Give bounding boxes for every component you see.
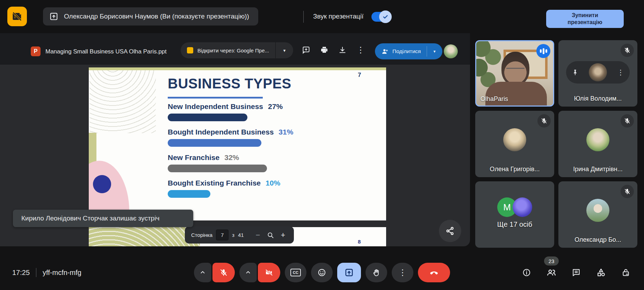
powerpoint-file-icon: P: [31, 46, 41, 56]
stop-presentation-button[interactable]: Зупинити презентацію: [546, 10, 624, 28]
mic-control-group: [194, 263, 235, 282]
chart-value-label: 27%: [268, 102, 283, 111]
presentation-sound-toggle[interactable]: [371, 12, 390, 22]
mic-off-icon: [621, 44, 634, 57]
share-caret-icon[interactable]: ▾: [427, 43, 442, 59]
slide-page-number: 7: [358, 72, 361, 79]
camera-options-chevron[interactable]: [239, 263, 257, 282]
participant-tile-olhaparis[interactable]: OlhaParis: [475, 40, 554, 107]
meeting-details-button[interactable]: [520, 266, 534, 280]
presentation-thumbnail-badge[interactable]: [7, 7, 27, 26]
drive-preview-header: P Managing Small Business USA Olha Paris…: [0, 33, 470, 65]
chart-value-label: 31%: [278, 128, 293, 136]
chart-category-label: New Independent Business27%: [168, 102, 370, 111]
tile-hover-controls: ⋮: [566, 61, 630, 84]
more-options-icon[interactable]: ⋮: [356, 45, 366, 55]
slide-7: 7 BUSINESS TYPES New Independent Busines…: [89, 67, 386, 220]
slide-navy-circle: [93, 175, 111, 193]
page-label: Сторінка: [191, 232, 212, 238]
avatar: [513, 197, 532, 217]
avatar: [586, 199, 609, 222]
more-participants-label: Ще 17 осіб: [475, 220, 554, 229]
zoom-out-button[interactable]: −: [253, 231, 262, 240]
raise-hand-button[interactable]: [366, 263, 387, 282]
participant-tile-iryna[interactable]: Ірина Дмитрівн...: [558, 111, 637, 177]
camera-control-group: [239, 263, 280, 282]
speaking-indicator-icon: [536, 44, 550, 58]
share-file-button[interactable]: Поділитися ▾: [375, 43, 442, 59]
activities-button[interactable]: [594, 266, 608, 280]
camera-off-button[interactable]: [258, 263, 280, 282]
file-name: Managing Small Business USA Olha Paris.p…: [45, 48, 167, 55]
account-avatar[interactable]: [444, 44, 458, 58]
leave-call-button[interactable]: [418, 263, 450, 282]
download-icon[interactable]: [338, 45, 347, 55]
presenter-banner: Олександр Борисович Наумов (Ви (показуєт…: [43, 7, 258, 26]
reactions-button[interactable]: [311, 263, 333, 282]
more-call-options-button[interactable]: ⋮: [392, 263, 413, 282]
participant-count-badge: 23: [544, 256, 559, 266]
participant-tile-yuliya[interactable]: ⋮ Юлія Володим...: [558, 40, 637, 107]
print-icon[interactable]: [319, 45, 329, 55]
zoom-in-button[interactable]: +: [278, 231, 288, 240]
mic-off-icon: [621, 114, 634, 128]
person-body: [485, 82, 547, 107]
google-slides-icon: [187, 47, 193, 53]
kebab-icon: ⋮: [398, 268, 407, 277]
page-controls: Сторінка 7 з 41 − +: [185, 226, 294, 244]
people-panel-button[interactable]: 23: [544, 266, 558, 280]
chart-bar-row: Bought Existing Franchise10%: [168, 179, 370, 198]
open-with-label: Відкрити через: Google Пре...: [197, 48, 269, 53]
slide-top-accent: [89, 67, 386, 70]
chart-category-label: New Franchise32%: [168, 153, 370, 162]
chart-bar: [168, 165, 267, 172]
participant-tile-olena[interactable]: Олена Григорів...: [475, 111, 554, 177]
presentation-sound-label: Звук презентації: [313, 13, 363, 20]
page-of-label: з: [232, 232, 234, 238]
chart-bar: [168, 139, 261, 147]
person-add-icon: [381, 48, 389, 55]
tile-more-options-icon[interactable]: ⋮: [617, 69, 624, 76]
slide-fan-decoration: [89, 227, 200, 246]
magnifier-icon[interactable]: [266, 231, 275, 240]
leave-meeting-toast: Кирило Леонідович Сторчак залишає зустрі…: [13, 210, 193, 227]
page-number-input[interactable]: 7: [216, 230, 229, 240]
chat-panel-button[interactable]: [569, 266, 583, 280]
chart-category-label: Bought Existing Franchise10%: [168, 179, 370, 187]
share-nodes-icon: [446, 226, 455, 235]
present-screen-icon: [49, 12, 58, 21]
chart-bar-row: Bought Independent Business31%: [168, 128, 370, 147]
participant-name: Ірина Дмитрівн...: [558, 166, 637, 173]
person-glasses: [506, 68, 524, 72]
video-off-film-icon: [12, 11, 22, 22]
add-comment-icon[interactable]: [301, 45, 311, 55]
chart-value-label: 32%: [224, 153, 239, 162]
chart-bar-row: New Independent Business27%: [168, 102, 370, 121]
participant-name: Юлія Володим...: [558, 95, 637, 102]
more-participants-tile[interactable]: M Ще 17 осіб: [475, 181, 554, 248]
mic-off-icon: [621, 185, 634, 198]
avatar: [586, 128, 609, 151]
avatar: [589, 63, 607, 81]
topbar-divider: [303, 11, 304, 23]
mic-muted-button[interactable]: [212, 263, 235, 282]
pin-icon[interactable]: [572, 69, 579, 76]
chevron-down-icon[interactable]: ▾: [276, 42, 293, 58]
google-meet-window: Олександр Борисович Наумов (Ви (показуєт…: [0, 0, 644, 290]
chart-bar: [168, 190, 210, 198]
present-now-button-active[interactable]: [337, 263, 361, 282]
captions-button[interactable]: CC: [285, 263, 306, 282]
host-controls-button[interactable]: [619, 266, 633, 280]
participant-tile-oleksandr[interactable]: Олександр Бо...: [558, 181, 637, 248]
mic-options-chevron[interactable]: [194, 263, 211, 282]
participant-name: Олександр Бо...: [558, 236, 637, 244]
toggle-knob-check-icon: [379, 10, 392, 23]
meeting-control-bar: 17:25 yff-mcfn-mfg: [0, 255, 644, 290]
slide-title: BUSINESS TYPES: [168, 76, 291, 92]
avatar: [503, 128, 526, 151]
open-with-dropdown[interactable]: Відкрити через: Google Пре... ▾: [181, 42, 293, 58]
share-screen-fab[interactable]: [439, 220, 461, 242]
business-types-bar-chart: New Independent Business27%Bought Indepe…: [168, 102, 370, 204]
participant-name: OlhaParis: [480, 95, 508, 103]
presenter-name: Олександр Борисович Наумов (Ви (показуєт…: [64, 13, 249, 20]
